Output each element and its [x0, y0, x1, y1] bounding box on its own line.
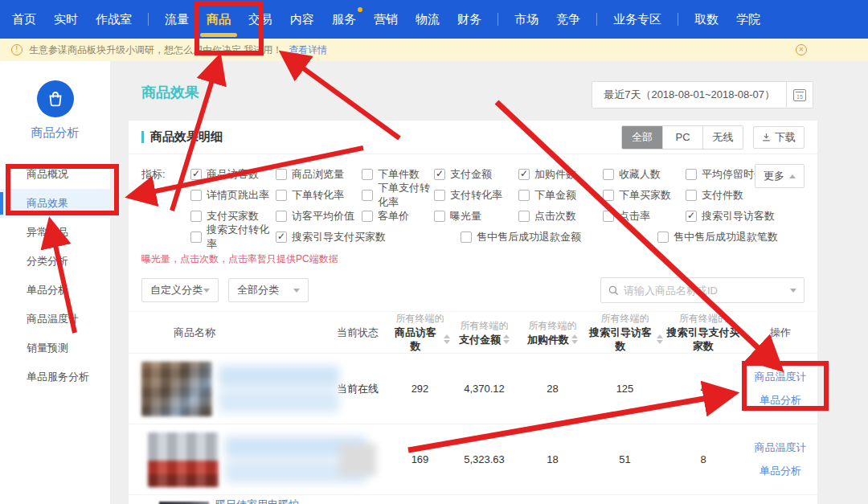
download-button[interactable]: 下载	[753, 126, 805, 149]
single-analysis-link[interactable]: 单品分析	[760, 464, 801, 478]
indicator-order-amount[interactable]: 下单金额	[518, 188, 603, 203]
search-input[interactable]	[624, 285, 785, 297]
sort-toggle[interactable]	[657, 334, 663, 344]
sidebar-item-sales-forecast[interactable]: 销量预测	[0, 334, 110, 363]
checkbox[interactable]	[603, 211, 614, 222]
nav-item-trade[interactable]: 交易	[240, 0, 281, 39]
indicator-avg-order-value[interactable]: 客单价	[362, 209, 434, 223]
sidebar-item-abnormal-product[interactable]: 异常商品	[0, 218, 110, 247]
thermometer-link[interactable]: 商品温度计	[755, 440, 807, 455]
notice-text: 生意参谋商品板块升级小调研，想怎么用由你决定 我试用！	[29, 43, 282, 57]
indicator-payment-amount[interactable]: 支付金额	[434, 167, 518, 182]
indicator-refund-count[interactable]: 售中售后成功退款笔数	[657, 230, 817, 244]
indicator-order-conversion[interactable]: 下单转化率	[276, 188, 362, 203]
checkbox[interactable]	[276, 190, 287, 201]
sidebar-item-product-thermometer[interactable]: 商品温度计	[0, 305, 110, 334]
nav-item-content[interactable]: 内容	[281, 0, 323, 39]
nav-item-traffic[interactable]: 流量	[156, 0, 198, 39]
nav-item-logistics[interactable]: 物流	[407, 0, 448, 39]
checkbox[interactable]	[603, 190, 614, 201]
tab-pc[interactable]: PC	[662, 126, 702, 149]
indicator-click-rate[interactable]: 点击率	[603, 209, 686, 223]
indicator-bounce-rate[interactable]: 详情页跳出率	[190, 188, 276, 203]
close-icon[interactable]: ×	[796, 44, 807, 55]
checkbox[interactable]	[434, 211, 445, 222]
date-range-picker[interactable]: 最近7天（2018-08-01~2018-08-07） 15	[592, 81, 813, 109]
thermometer-link[interactable]: 商品温度计	[755, 370, 807, 384]
checkbox[interactable]	[276, 169, 287, 180]
indicator-search-pay-buyers[interactable]: 搜索引导支付买家数	[276, 230, 461, 244]
nav-item-home[interactable]: 首页	[3, 0, 45, 39]
calendar-button[interactable]: 15	[787, 82, 813, 108]
sidebar-item-product-overview[interactable]: 商品概况	[0, 160, 110, 189]
checkbox[interactable]	[362, 211, 373, 222]
checkbox[interactable]	[434, 190, 445, 201]
nav-item-finance[interactable]: 财务	[448, 0, 490, 39]
checkbox[interactable]	[190, 232, 202, 243]
indicator-order-items[interactable]: 下单件数	[362, 167, 434, 182]
tab-wireless[interactable]: 无线	[702, 126, 743, 149]
checkbox[interactable]	[362, 190, 373, 201]
indicator-visitor-avg-value[interactable]: 访客平均价值	[276, 209, 362, 223]
indicator-clicks[interactable]: 点击次数	[518, 209, 603, 223]
indicator-pay-buyers[interactable]: 支付买家数	[190, 209, 276, 223]
checkbox[interactable]	[362, 169, 373, 180]
checkbox[interactable]	[190, 190, 202, 201]
product-search-box[interactable]	[600, 277, 805, 303]
checkbox[interactable]	[686, 169, 697, 180]
sidebar-item-category-analysis[interactable]: 分类分析	[0, 247, 110, 276]
nav-item-academy[interactable]: 学院	[727, 0, 769, 39]
product-cell[interactable]: 暖日佳家用电暖炉5000W取暖大	[129, 498, 326, 504]
nav-item-warroom[interactable]: 作战室	[87, 0, 141, 39]
indicator-search-pay-conversion[interactable]: 搜索支付转化率	[190, 223, 276, 252]
indicator-order-buyers[interactable]: 下单买家数	[603, 188, 686, 203]
indicator-order-pay-conversion[interactable]: 下单支付转化率	[362, 181, 434, 210]
checkbox[interactable]	[461, 232, 472, 243]
sidebar-item-product-effect[interactable]: 商品效果	[0, 189, 110, 218]
custom-category-select[interactable]: 自定义分类	[141, 278, 219, 302]
checkbox[interactable]	[276, 232, 287, 243]
checkbox[interactable]	[603, 169, 614, 180]
nav-item-business-zone[interactable]: 业务专区	[604, 0, 670, 39]
sidebar-item-single-product-service[interactable]: 单品服务分析	[0, 363, 110, 391]
nav-item-competition[interactable]: 竞争	[547, 0, 589, 39]
sort-toggle[interactable]	[444, 334, 450, 344]
checkbox[interactable]	[657, 232, 669, 243]
tab-all[interactable]: 全部	[622, 126, 662, 149]
nav-item-marketing[interactable]: 营销	[365, 0, 407, 39]
nav-item-data-fetch[interactable]: 取数	[686, 0, 727, 39]
checkbox[interactable]	[434, 169, 445, 180]
product-cell[interactable]	[129, 362, 326, 416]
more-button[interactable]: 更多	[755, 164, 805, 188]
indicator-product-views[interactable]: 商品浏览量	[276, 167, 362, 182]
indicator-pay-conversion[interactable]: 支付转化率	[434, 188, 518, 203]
sidebar-item-single-product-analysis[interactable]: 单品分析	[0, 276, 110, 305]
indicator-favorites[interactable]: 收藏人数	[603, 167, 686, 182]
checkbox[interactable]	[190, 169, 202, 180]
sort-toggle[interactable]	[571, 334, 578, 344]
checkbox[interactable]	[518, 211, 530, 222]
nav-divider	[148, 13, 149, 26]
nav-item-realtime[interactable]: 实时	[45, 0, 87, 39]
nav-item-service[interactable]: 服务	[323, 0, 365, 39]
product-name-text[interactable]: 暖日佳家用电暖炉5000W取暖大	[215, 498, 326, 504]
all-category-select[interactable]: 全部分类	[228, 278, 309, 302]
nav-item-product[interactable]: 商品	[198, 0, 240, 39]
checkbox[interactable]	[686, 211, 697, 222]
indicator-product-visitors[interactable]: 商品访客数	[190, 167, 276, 182]
indicator-pay-items[interactable]: 支付件数	[686, 188, 806, 203]
product-cell[interactable]	[129, 432, 326, 487]
checkbox[interactable]	[276, 211, 287, 222]
notice-detail-link[interactable]: 查看详情	[289, 43, 327, 57]
indicator-refund-amount[interactable]: 售中售后成功退款金额	[461, 230, 657, 244]
single-analysis-link[interactable]: 单品分析	[760, 393, 801, 408]
indicator-search-visitors[interactable]: 搜索引导访客数	[686, 209, 806, 223]
checkbox[interactable]	[190, 211, 202, 222]
checkbox[interactable]	[518, 190, 530, 201]
checkbox[interactable]	[686, 190, 697, 201]
checkbox[interactable]	[518, 169, 530, 180]
nav-item-market[interactable]: 市场	[506, 0, 547, 39]
indicator-cart-items[interactable]: 加购件数	[518, 167, 603, 182]
indicator-exposure[interactable]: 曝光量	[434, 209, 518, 223]
sort-toggle[interactable]	[503, 334, 510, 344]
